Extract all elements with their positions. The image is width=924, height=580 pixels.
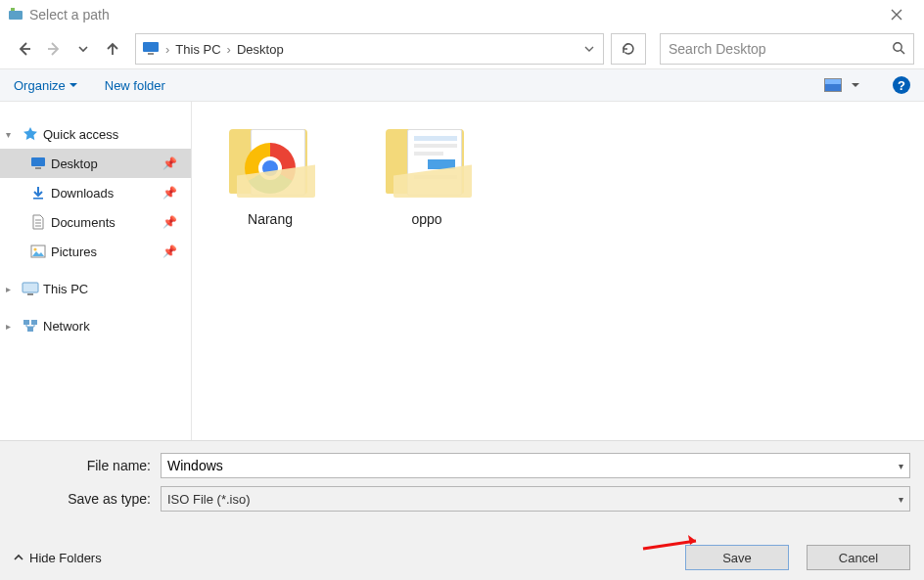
app-icon	[8, 7, 23, 22]
network-label: Network	[43, 319, 90, 334]
refresh-button[interactable]	[611, 33, 646, 65]
svg-rect-14	[27, 327, 33, 332]
action-row: Hide Folders Save Cancel	[14, 541, 910, 574]
folder-oppo[interactable]: oppo	[368, 125, 485, 227]
thispc-icon	[22, 280, 39, 297]
svg-rect-3	[148, 53, 154, 55]
file-name-input[interactable]	[167, 458, 899, 473]
svg-rect-11	[27, 293, 33, 295]
main-area: ▾ Quick access Desktop 📌 Downloads 📌	[0, 102, 924, 440]
organize-label: Organize	[14, 78, 66, 93]
sidebar-item-label: Desktop	[51, 156, 98, 171]
breadcrumb-current[interactable]: Desktop	[237, 42, 284, 57]
sidebar-quick-access[interactable]: ▾ Quick access	[0, 119, 191, 149]
up-button[interactable]	[100, 36, 125, 62]
help-button[interactable]: ?	[893, 76, 910, 94]
svg-rect-5	[31, 157, 45, 166]
svg-rect-6	[35, 167, 41, 169]
sidebar-item-label: Documents	[51, 215, 116, 230]
sidebar-this-pc[interactable]: ▸ This PC	[0, 274, 191, 303]
file-name-combo[interactable]: ▾	[161, 453, 910, 478]
search-box[interactable]	[660, 33, 914, 65]
folder-icon	[380, 125, 474, 203]
view-icon[interactable]	[824, 78, 842, 92]
svg-rect-12	[23, 320, 29, 325]
window-title: Select a path	[29, 7, 110, 22]
breadcrumb-root[interactable]: This PC	[175, 42, 220, 57]
sidebar-item-pictures[interactable]: Pictures 📌	[0, 237, 191, 266]
dropdown-caret-icon	[69, 81, 77, 89]
chevron-right-icon: ▸	[6, 321, 18, 332]
pin-icon: 📌	[162, 156, 177, 170]
star-icon	[22, 125, 39, 143]
save-label: Save	[722, 551, 752, 565]
pictures-icon	[29, 243, 47, 260]
svg-rect-10	[23, 283, 38, 292]
sidebar-item-desktop[interactable]: Desktop 📌	[0, 149, 191, 178]
forward-button[interactable]	[41, 36, 67, 62]
help-glyph: ?	[898, 78, 905, 93]
chevron-right-icon: ▸	[6, 284, 18, 294]
dropdown-caret-icon[interactable]: ▾	[899, 494, 903, 505]
quick-access-label: Quick access	[43, 127, 118, 142]
svg-rect-13	[31, 320, 37, 325]
save-button[interactable]: Save	[685, 545, 789, 570]
cancel-button[interactable]: Cancel	[807, 545, 910, 570]
close-button[interactable]	[877, 1, 916, 28]
file-name-label: File name:	[14, 458, 151, 473]
svg-rect-7	[33, 198, 43, 200]
hide-folders-label: Hide Folders	[29, 551, 102, 565]
save-type-label: Save as type:	[14, 491, 151, 507]
svg-rect-1	[11, 8, 15, 11]
download-icon	[29, 184, 47, 201]
svg-rect-15	[414, 136, 457, 141]
sidebar-item-downloads[interactable]: Downloads 📌	[0, 178, 191, 207]
nav-row: › This PC › Desktop	[0, 29, 924, 68]
svg-rect-2	[143, 42, 159, 52]
folder-icon	[223, 125, 317, 203]
toolbar: Organize New folder ?	[0, 68, 924, 102]
save-type-value: ISO File (*.iso)	[167, 492, 899, 507]
hide-folders-button[interactable]: Hide Folders	[14, 551, 102, 565]
chevron-up-icon	[14, 553, 23, 562]
chevron-right-icon: ›	[227, 42, 231, 57]
file-name-row: File name: ▾	[14, 453, 910, 478]
pin-icon: 📌	[162, 215, 177, 229]
monitor-icon	[29, 155, 47, 172]
chevron-right-icon: ›	[165, 42, 169, 57]
document-icon	[29, 213, 47, 231]
content-pane[interactable]: Narang oppo	[192, 102, 924, 440]
bottom-panel: File name: ▾ Save as type: ISO File (*.i…	[0, 440, 924, 580]
folder-narang[interactable]: Narang	[211, 125, 329, 227]
new-folder-label: New folder	[105, 78, 165, 93]
chevron-down-icon: ▾	[6, 129, 18, 140]
sidebar-item-label: Pictures	[51, 245, 97, 259]
sidebar-item-label: Downloads	[51, 186, 114, 201]
svg-point-9	[33, 247, 36, 250]
view-dropdown-icon[interactable]	[852, 81, 859, 89]
organize-button[interactable]: Organize	[14, 78, 77, 93]
folder-label: oppo	[368, 211, 485, 227]
address-bar[interactable]: › This PC › Desktop	[135, 33, 604, 65]
pin-icon: 📌	[162, 245, 177, 258]
folder-label: Narang	[211, 211, 329, 227]
search-input[interactable]	[669, 41, 892, 57]
this-pc-label: This PC	[43, 282, 88, 296]
search-icon	[892, 41, 905, 58]
recent-dropdown-icon[interactable]	[70, 36, 96, 62]
svg-rect-16	[414, 144, 457, 148]
sidebar: ▾ Quick access Desktop 📌 Downloads 📌	[0, 102, 192, 440]
thispc-icon	[142, 41, 160, 58]
save-type-combo[interactable]: ISO File (*.iso) ▾	[161, 486, 910, 512]
svg-rect-17	[414, 152, 443, 156]
address-dropdown-icon[interactable]	[581, 42, 597, 57]
pin-icon: 📌	[162, 186, 177, 200]
sidebar-item-documents[interactable]: Documents 📌	[0, 207, 191, 237]
sidebar-network[interactable]: ▸ Network	[0, 311, 191, 340]
titlebar: Select a path	[0, 0, 924, 29]
save-type-row: Save as type: ISO File (*.iso) ▾	[14, 486, 910, 512]
back-button[interactable]	[12, 36, 37, 62]
new-folder-button[interactable]: New folder	[105, 78, 165, 93]
svg-rect-0	[9, 11, 23, 20]
dropdown-caret-icon[interactable]: ▾	[899, 461, 903, 471]
